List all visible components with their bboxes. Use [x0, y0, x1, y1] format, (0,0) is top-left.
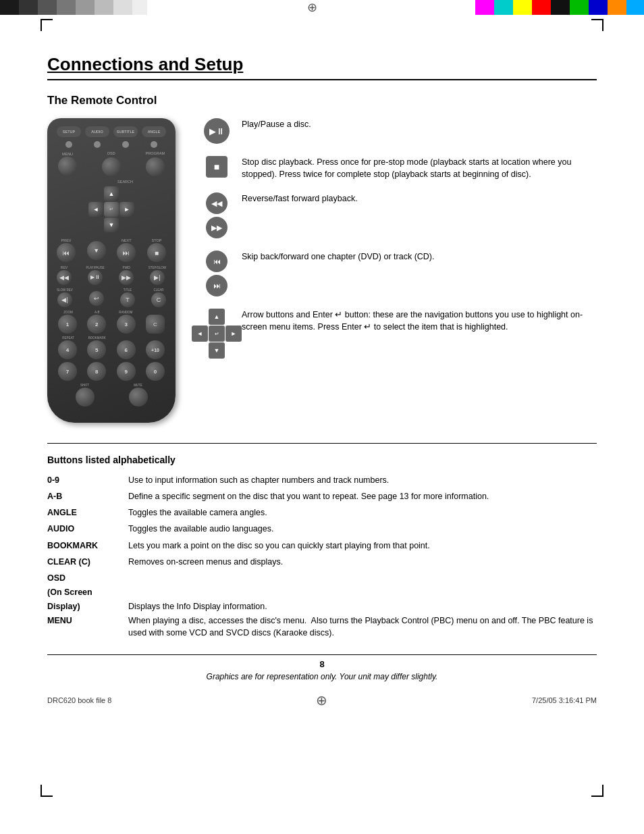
empty-label [115, 336, 136, 340]
osd-button[interactable] [102, 157, 121, 176]
skip-desc: ⏮ ⏭ Skip back/forward one chapter (DVD) … [203, 251, 597, 296]
skip-fwd-circle: ⏭ [206, 275, 227, 296]
shift-button[interactable] [76, 388, 95, 407]
corner-mark-bl [41, 785, 53, 797]
enter-button[interactable]: ↵ [104, 202, 119, 217]
prev-button[interactable]: ⏮ [57, 243, 76, 262]
title-label: TITLE [124, 288, 132, 292]
top-color-bars: ⊕ [0, 0, 644, 15]
buttons-title: Buttons listed alphabetically [47, 454, 597, 465]
num-1-button[interactable]: 1 [58, 315, 77, 334]
fwd-circle: ▶▶ [206, 217, 227, 238]
play-pause-button[interactable]: ▶⏸ [88, 270, 103, 285]
description-column: ▶⏸ Play/Pause a disc. ■ Stop disc playba… [203, 118, 597, 423]
num-plus10-button[interactable]: +10 [146, 340, 165, 359]
color-block [626, 0, 644, 15]
num-9-button[interactable]: 9 [117, 362, 136, 381]
num-7-button[interactable]: 7 [58, 362, 77, 381]
number-pad: ZOOM A-B RANDOM 1 2 3 C REPEAT [57, 311, 166, 407]
color-block [113, 0, 132, 15]
btn-desc [128, 570, 597, 584]
num-6-button[interactable]: 6 [117, 340, 136, 359]
num-5-button[interactable]: 5 [87, 340, 106, 359]
play-pause-circle: ▶⏸ [204, 118, 230, 144]
btn-desc: Toggles the available audio languages. [128, 521, 597, 537]
registration-mark: ⊕ [307, 0, 317, 15]
nav-up: ▲ [209, 309, 225, 325]
arrow-up-button[interactable]: ▲ [104, 186, 119, 201]
curve-button[interactable]: ↩ [89, 291, 104, 306]
num-row-2: 4 5 6 +10 [57, 340, 166, 359]
next-button[interactable]: ⏭ [117, 243, 136, 262]
random-label: RANDOM [115, 311, 136, 314]
skip-text: Skip back/forward one chapter (DVD) or t… [242, 251, 597, 263]
menu-label: MENU [58, 152, 77, 156]
table-row: 0-9 Use to input information such as cha… [47, 472, 597, 488]
next-label: NEXT [122, 238, 132, 242]
zoom-label: ZOOM [58, 311, 78, 314]
stop-label: STOP [152, 238, 162, 242]
step-slow-label: STEP/SLOW [149, 266, 166, 269]
rev-circle: ◀◀ [206, 192, 227, 214]
rev-fwd-icons: ◀◀ ▶▶ [203, 192, 231, 238]
bottom-left-text: DRC620 book file 8 [47, 696, 111, 704]
prev-next-stop-row: PREV ⏮ ▼ NEXT ⏭ STOP ■ [57, 238, 166, 262]
menu-button[interactable] [58, 157, 77, 176]
title-button[interactable]: T [120, 292, 135, 307]
nav-empty [225, 342, 242, 359]
btn-desc: When playing a disc, accesses the disc's… [128, 613, 597, 641]
skip-icons: ⏮ ⏭ [203, 251, 231, 296]
arrow-down-button[interactable]: ▼ [104, 217, 119, 232]
arrow-text: Arrow buttons and Enter ↵ button: these … [242, 309, 597, 333]
page-footer: 8 Graphics are for representation only. … [47, 654, 597, 681]
arrow-right-button[interactable]: ► [119, 202, 134, 217]
section-divider [47, 443, 597, 444]
audio-label: AUDIO [91, 130, 103, 134]
color-block [95, 0, 113, 15]
fwd-button[interactable]: ▶▶ [119, 270, 134, 285]
subtitle-button[interactable]: SUBTITLE [113, 126, 138, 137]
top-bar-right [475, 0, 644, 15]
arrow-desc: ▲ ◄ ↵ ► ▼ Arrow buttons and Enter ↵ butt… [203, 309, 597, 359]
setup-label: SETUP [63, 130, 75, 134]
mute-button[interactable] [129, 388, 148, 407]
mute-label: MUTE [134, 384, 142, 387]
shift-label: SHIFT [80, 384, 89, 387]
setup-button[interactable]: SETUP [57, 126, 81, 137]
clear-c-button[interactable]: C [146, 315, 165, 334]
audio-button[interactable]: AUDIO [85, 126, 109, 137]
empty-label [144, 311, 165, 314]
angle-button[interactable]: ANGLE [142, 126, 166, 137]
table-row: Display) Displays the Info Display infor… [47, 598, 597, 613]
small-circles-row [57, 141, 166, 148]
color-block [589, 0, 608, 15]
num-0-button[interactable]: 0 [146, 362, 165, 381]
clear-button[interactable]: C [151, 292, 166, 307]
num-2-button[interactable]: 2 [87, 315, 106, 334]
buttons-section: Buttons listed alphabetically 0-9 Use to… [47, 443, 597, 641]
color-block [132, 0, 147, 15]
num-8-button[interactable]: 8 [87, 362, 106, 381]
corner-mark-br [591, 785, 603, 797]
btn-desc: Removes on-screen menus and displays. [128, 554, 597, 570]
top-bar-left [0, 0, 149, 15]
num-3-button[interactable]: 3 [117, 315, 136, 334]
rev-button[interactable]: ◀◀ [57, 270, 72, 285]
nav-empty [225, 309, 242, 325]
slow-rev-button[interactable]: ◀| [57, 292, 72, 307]
color-block [57, 0, 76, 15]
footer-note: Graphics are for representation only. Yo… [47, 672, 597, 681]
fwd-label: FWD [123, 265, 130, 269]
color-block [532, 0, 551, 15]
btn-name: 0-9 [47, 472, 128, 488]
table-row: MENU When playing a disc, accesses the d… [47, 613, 597, 641]
program-button[interactable] [146, 157, 165, 176]
arrow-left-button[interactable]: ◄ [88, 202, 103, 217]
stop-button[interactable]: ■ [147, 243, 166, 262]
down-button[interactable]: ▼ [87, 241, 106, 260]
clear-label: CLEAR [153, 288, 163, 292]
num-4-button[interactable]: 4 [58, 340, 77, 359]
nav-arrow-grid: ▲ ◄ ↵ ► ▼ [192, 309, 242, 359]
nav-enter: ↵ [209, 325, 225, 342]
step-slow-button[interactable]: ▶| [150, 270, 165, 285]
